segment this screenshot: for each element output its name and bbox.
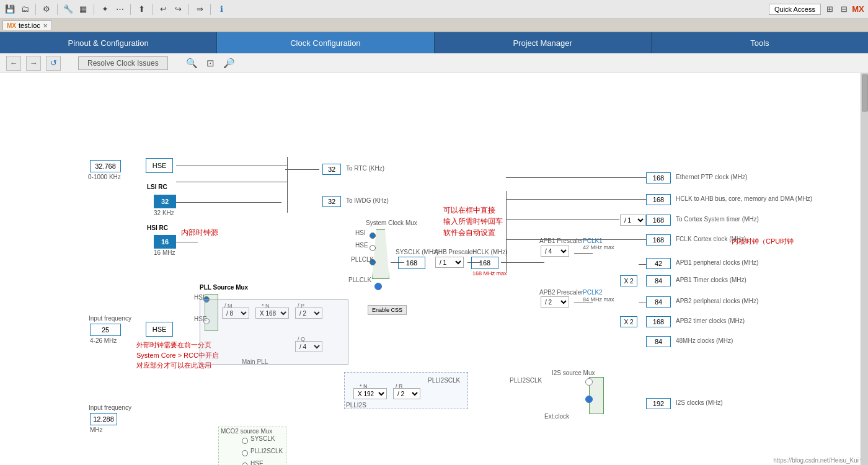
hclk-ahb-label: HCLK to AHB bus, core, memory and DMA (M…	[676, 195, 812, 202]
resolve-clock-issues-button[interactable]: Resolve Clock Issues	[78, 56, 168, 70]
apb2-prescaler-select[interactable]: / 2	[541, 296, 569, 308]
i2s-n-label: * N	[360, 383, 368, 389]
rtc-label: To RTC (KHz)	[346, 165, 384, 172]
sep5	[152, 4, 153, 15]
eth-input[interactable]	[646, 172, 671, 184]
apb2-wire	[574, 303, 593, 303]
apb1-timer-input[interactable]	[646, 275, 671, 286]
hclk-label: HCLK (MHz)	[472, 249, 508, 255]
lsi-val-box[interactable]: 32	[154, 195, 176, 208]
x2-apb1-box: X 2	[620, 275, 637, 286]
mux-hsi-radio[interactable]	[370, 232, 376, 239]
zoom-out-button[interactable]: 🔎	[223, 56, 236, 70]
mco2-hse-radio[interactable]	[242, 463, 248, 465]
refresh-button[interactable]: ↺	[46, 56, 61, 71]
hclk-ahb-wire	[506, 199, 646, 200]
mco2-plli2sclk-radio[interactable]	[242, 450, 248, 456]
dots-icon[interactable]: ⋯	[113, 3, 126, 16]
tab-clock[interactable]: Clock Configuration	[217, 32, 434, 53]
apb1-prescaler-label: APB1 Prescaler	[539, 237, 583, 244]
apb1-prescaler-select[interactable]: / 4	[541, 246, 569, 257]
48mhz-input[interactable]	[646, 336, 671, 347]
mco2-hse-label: HSE	[250, 460, 264, 465]
tab-tools[interactable]: Tools	[652, 32, 868, 53]
i2s-clk-input[interactable]	[646, 398, 671, 409]
sep2	[57, 4, 58, 15]
enable-css-button[interactable]: Enable CSS	[368, 305, 407, 315]
i2s-plli2sclk-radio[interactable]	[585, 378, 593, 386]
settings-icon[interactable]: ⚙	[40, 3, 53, 16]
cortex-input[interactable]	[646, 215, 671, 226]
fit-button[interactable]: ⊡	[204, 56, 218, 70]
fclk-wire	[506, 239, 646, 240]
mux-hse-radio[interactable]	[370, 245, 376, 251]
back-button[interactable]: ←	[6, 56, 21, 71]
i2s-input-freq[interactable]	[90, 413, 117, 425]
ext-clock-label: Ext.clock	[544, 413, 569, 420]
info-icon[interactable]: ℹ	[215, 3, 228, 16]
star-icon[interactable]: ✦	[99, 3, 111, 16]
apb2-timer-input[interactable]	[646, 316, 671, 327]
main-toolbar: 💾 🗂 ⚙ 🔧 ▦ ✦ ⋯ ⬆ ↩ ↪ ⇒ ℹ Quick Access ⊞ ⊟…	[0, 0, 868, 19]
i2s-clk-label: I2S clocks (MHz)	[676, 399, 723, 406]
undo-icon[interactable]: ↩	[157, 3, 169, 16]
sep3	[94, 4, 94, 15]
chip-icon[interactable]: ▦	[77, 3, 89, 16]
hse-box: HSE	[146, 322, 173, 337]
pclk1-max-label: 42 MHz max	[583, 244, 614, 250]
lse-freq-box[interactable]: 32.768	[90, 160, 121, 172]
tab-pinout[interactable]: Pinout & Configuration	[0, 32, 217, 53]
apb2-periph-input[interactable]	[646, 296, 671, 308]
arrow-icon[interactable]: ⬆	[135, 3, 148, 16]
cortex-div-select[interactable]: / 1	[620, 215, 646, 226]
hclk-ahb-input[interactable]	[646, 194, 671, 205]
x2-apb2-box: X 2	[620, 316, 637, 327]
input-box-note: 可以在框中直接 输入所需时钟回车 软件会自动设置	[443, 205, 503, 238]
scroll-thumb[interactable]	[862, 74, 868, 112]
sysclk-input[interactable]	[398, 257, 425, 269]
lsi-rc-label: LSI RC	[147, 184, 167, 190]
redo-icon[interactable]: ↪	[172, 3, 184, 16]
tab-project[interactable]: Project Manager	[435, 32, 652, 53]
mx-icon: MX	[852, 3, 864, 16]
main-content: ← → ↺ Resolve Clock Issues 🔍 ⊡ 🔎 32.768 …	[0, 53, 868, 465]
fclk-input[interactable]	[646, 234, 671, 246]
hse-input-freq[interactable]: 25	[90, 324, 121, 336]
ahb-prescaler-select[interactable]: / 1	[435, 257, 464, 268]
internal-clock-note: 内部时钟源	[181, 227, 218, 238]
layout1-icon[interactable]: ⊞	[823, 3, 836, 16]
apb1-periph-input[interactable]	[646, 258, 671, 269]
i2s-r-label: / R	[396, 383, 403, 389]
i2s-div-r-select[interactable]: / 2	[393, 388, 420, 399]
main-nav-tabs: Pinout & Configuration Clock Configurati…	[0, 32, 868, 53]
mco2-sysclk-radio[interactable]	[242, 438, 248, 444]
ahb-prescaler-label: AHB Prescaler	[434, 249, 475, 255]
layout2-icon[interactable]: ⊟	[838, 3, 850, 16]
mux-hse-label: HSE	[355, 242, 368, 249]
clock-diagram: 32.768 0-1000 KHz HSE LSI RC 32 32 KHz H…	[0, 73, 868, 465]
plli2sclk-out-label: PLLI2SCLK	[428, 377, 460, 384]
iwdg-label: To IWDG (KHz)	[346, 197, 389, 204]
apb2-prescaler-label: APB2 Prescaler	[539, 289, 583, 296]
forward-button[interactable]: →	[26, 56, 41, 71]
pclk1-label: PCLK1	[583, 237, 603, 244]
quick-access-button[interactable]: Quick Access	[769, 4, 821, 15]
plli2sclk-in-label: PLLI2SCLK	[510, 377, 542, 384]
pclk2-max-label: 84 MHz max	[583, 296, 614, 303]
zoom-in-button[interactable]: 🔍	[185, 56, 199, 70]
fwd-icon[interactable]: ⇒	[193, 3, 206, 16]
cortex-label: To Cortex System timer (MHz)	[676, 216, 759, 223]
sep7	[210, 4, 211, 15]
lse-range-label: 0-1000 KHz	[88, 174, 121, 180]
tool1-icon[interactable]: 🔧	[62, 3, 74, 16]
file-tab-testioc[interactable]: MX test.ioc ✕	[2, 20, 52, 30]
save-icon[interactable]: 🗂	[19, 3, 31, 16]
file-tab-close[interactable]: ✕	[43, 22, 48, 29]
right-scrollbar[interactable]	[861, 73, 868, 465]
i2s-mul-n-select[interactable]: X 192	[353, 388, 387, 399]
hclk-input[interactable]	[471, 257, 498, 269]
pll-section-box	[200, 299, 348, 365]
new-icon[interactable]: 💾	[4, 3, 16, 16]
i2s-extclk-radio[interactable]	[585, 396, 593, 403]
hsi-val-box[interactable]: 16	[154, 235, 176, 249]
